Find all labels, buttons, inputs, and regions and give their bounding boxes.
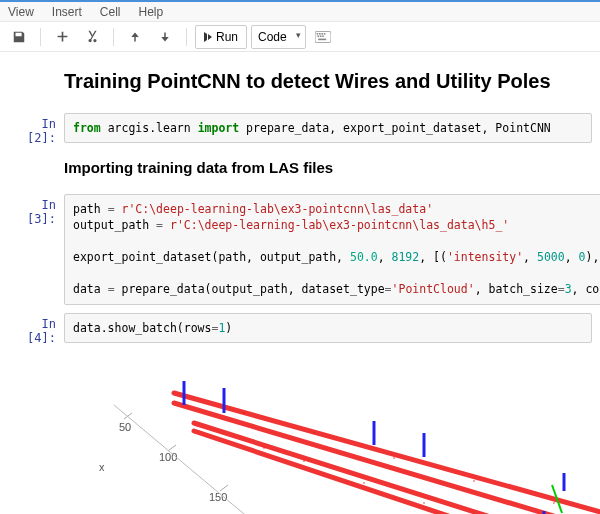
svg-point-18 [263,447,265,449]
svg-point-25 [243,412,245,414]
markdown-cell: Importing training data from LAS files [8,153,592,186]
save-icon[interactable] [6,25,32,49]
menu-insert[interactable]: Insert [52,5,82,19]
heading-2: Importing training data from LAS files [64,159,592,176]
run-label: Run [216,30,238,44]
pointcloud-plot: 50 100 150 200 x [64,353,600,514]
markdown-cell: Training PointCNN to detect Wires and Ut… [8,64,592,105]
cell-prompt [8,64,64,105]
code-cell[interactable]: In [2]: from arcgis.learn import prepare… [8,113,592,145]
svg-rect-5 [317,35,319,37]
svg-point-29 [553,502,555,504]
separator [113,28,114,46]
toolbar: Run Code [0,22,600,52]
cell-prompt: In [2]: [8,113,64,145]
svg-rect-6 [320,35,322,37]
svg-rect-7 [322,35,324,37]
code-input[interactable]: from arcgis.learn import prepare_data, e… [64,113,592,143]
cell-type-select[interactable]: Code [251,25,306,49]
code-input[interactable]: path = r'C:\deep-learning-lab\ex3-pointc… [64,194,600,305]
command-palette-icon[interactable] [310,25,336,49]
separator [40,28,41,46]
run-button[interactable]: Run [195,25,247,49]
svg-point-26 [313,432,315,434]
svg-point-19 [303,460,305,462]
play-icon [204,32,212,42]
separator [186,28,187,46]
cell-prompt: In [3]: [8,194,64,305]
svg-rect-4 [324,33,326,35]
svg-point-28 [473,480,475,482]
notebook-container: Training PointCNN to detect Wires and Ut… [0,52,600,514]
cell-prompt [8,153,64,186]
tick-label: 100 [159,451,177,463]
svg-rect-8 [318,38,326,40]
menu-bar: View Insert Cell Help [0,0,600,22]
menu-help[interactable]: Help [138,5,163,19]
svg-rect-1 [317,33,319,35]
svg-rect-3 [321,33,323,35]
svg-rect-2 [319,33,321,35]
code-cell[interactable]: In [3]: path = r'C:\deep-learning-lab\ex… [8,194,592,305]
svg-point-21 [423,502,425,504]
menu-cell[interactable]: Cell [100,5,121,19]
menu-view[interactable]: View [8,5,34,19]
wires-series [174,393,600,514]
code-input[interactable]: data.show_batch(rows=1) [64,313,592,343]
move-down-icon[interactable] [152,25,178,49]
move-up-icon[interactable] [122,25,148,49]
cut-icon[interactable] [79,25,105,49]
add-cell-icon[interactable] [49,25,75,49]
svg-point-27 [393,457,395,459]
output-plot: 50 100 150 200 x [64,353,592,514]
heading-1: Training PointCNN to detect Wires and Ut… [64,70,592,93]
cell-prompt: In [4]: [8,313,64,345]
svg-point-20 [363,482,365,484]
code-cell[interactable]: In [4]: data.show_batch(rows=1) [8,313,592,345]
axis-label: x [99,461,105,473]
tick-label: 50 [119,421,131,433]
